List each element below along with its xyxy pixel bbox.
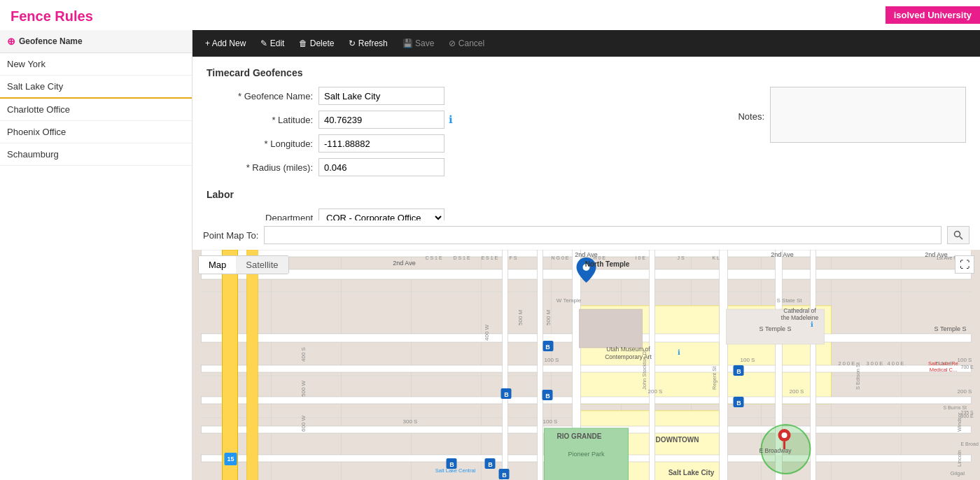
svg-text:B: B (545, 393, 550, 400)
sidebar-header: Geofence Name (0, 30, 192, 53)
svg-text:B: B (488, 461, 493, 468)
svg-text:Lincoln: Lincoln (956, 450, 962, 467)
svg-rect-32 (650, 250, 655, 480)
refresh-button[interactable]: ↻ Refresh (343, 35, 393, 52)
svg-text:100 S: 100 S (741, 357, 755, 363)
add-new-button[interactable]: + Add New (200, 35, 251, 52)
svg-rect-35 (223, 250, 238, 480)
sidebar-item-new-york[interactable]: New York (0, 53, 192, 76)
svg-text:235 S: 235 S (961, 410, 974, 415)
svg-text:Gilgal: Gilgal (951, 470, 965, 477)
info-icon[interactable]: ℹ (449, 113, 453, 126)
sidebar-item-schaumburg[interactable]: Schaumburg (0, 143, 192, 166)
svg-text:1st Ave N: 1st Ave N (937, 255, 958, 260)
svg-rect-34 (538, 250, 543, 480)
svg-text:D S 1 E: D S 1 E (454, 255, 470, 260)
search-icon (953, 230, 963, 240)
svg-text:Salt Lake City: Salt Lake City (668, 469, 715, 477)
edit-button[interactable]: ✎ Edit (255, 35, 290, 52)
svg-text:15: 15 (227, 456, 234, 463)
sidebar-item-salt-lake-city[interactable]: Salt Lake City (0, 76, 192, 99)
map-tab-satellite[interactable]: Satellite (236, 256, 288, 274)
cancel-button[interactable]: ⊘ Cancel (443, 35, 490, 52)
longitude-input[interactable] (318, 134, 444, 153)
notes-textarea[interactable] (770, 87, 966, 143)
svg-text:ℹ: ℹ (678, 348, 680, 356)
svg-text:200 S: 200 S (790, 388, 804, 395)
svg-text:F S: F S (510, 255, 517, 260)
latitude-label: * Latitude: (206, 115, 318, 125)
page-title: Fence Rules (0, 0, 104, 30)
map-tabs: Map Satellite (198, 255, 289, 274)
map-tab-map[interactable]: Map (199, 256, 236, 274)
svg-text:B: B (736, 400, 741, 407)
svg-text:Medical C...: Medical C... (930, 367, 958, 373)
svg-text:C S 1 E: C S 1 E (426, 255, 442, 260)
map-fullscreen-button[interactable]: ⛶ (955, 255, 974, 274)
svg-text:J S: J S (678, 255, 685, 260)
svg-text:S State St: S State St (776, 297, 802, 304)
svg-text:100 S: 100 S (958, 357, 972, 363)
svg-text:W Temple: W Temple (556, 297, 582, 304)
svg-text:S Edison St: S Edison St (855, 362, 861, 390)
svg-text:700 E: 700 E (961, 365, 974, 369)
svg-text:B: B (736, 368, 741, 375)
svg-rect-36 (247, 250, 258, 480)
svg-text:400 W: 400 W (484, 324, 490, 341)
notes-label: Notes: (658, 108, 770, 122)
svg-line-1 (960, 237, 962, 239)
brand-badge: isolved University (886, 6, 980, 24)
svg-text:B: B (502, 472, 507, 479)
svg-text:100 S: 100 S (545, 357, 559, 363)
svg-rect-33 (503, 250, 508, 480)
department-label: Department (206, 213, 318, 221)
svg-text:S Temple S: S Temple S (760, 325, 792, 332)
svg-text:DOWNTOWN: DOWNTOWN (655, 436, 699, 444)
section-title: Timecard Geofences (206, 67, 966, 78)
svg-text:500 M: 500 M (545, 309, 552, 325)
department-select[interactable]: COR - Corporate Office (318, 209, 444, 220)
point-map-label: Point Map To: (203, 230, 258, 241)
svg-text:2nd Ave: 2nd Ave (393, 260, 415, 267)
svg-text:Regent St: Regent St (711, 366, 718, 390)
svg-text:3 0 0 E: 3 0 0 E (867, 360, 883, 367)
svg-rect-31 (811, 250, 816, 480)
svg-text:B: B (504, 391, 509, 398)
svg-text:North Temple: North Temple (585, 260, 630, 268)
map-container[interactable]: B B B B B B B B 15 2nd Ave 2 (192, 250, 980, 480)
svg-text:B: B (545, 344, 550, 351)
svg-text:John Stockton Dr: John Stockton Dr (641, 349, 648, 390)
svg-text:E Broad: E Broad (961, 442, 979, 446)
svg-text:S Burns St: S Burns St (944, 405, 967, 410)
sidebar-item-phoenix-office[interactable]: Phoenix Office (0, 121, 192, 143)
point-map-search-button[interactable] (947, 226, 969, 244)
geofence-name-input[interactable] (318, 87, 444, 105)
svg-text:E S 1 E: E S 1 E (482, 255, 498, 260)
svg-text:I 0 E: I 0 E (636, 255, 646, 260)
svg-rect-25 (202, 397, 972, 404)
svg-point-0 (955, 232, 960, 237)
svg-text:ℹ: ℹ (811, 320, 813, 328)
sidebar: Geofence Name New York Salt Lake City Ch… (0, 30, 192, 480)
svg-text:S Temple S: S Temple S (934, 325, 967, 332)
point-map-row: Point Map To: (192, 220, 980, 250)
radius-label: * Radius (miles): (206, 162, 318, 173)
delete-button[interactable]: 🗑 Delete (293, 35, 340, 52)
svg-text:K L: K L (713, 255, 720, 260)
sidebar-item-charlotte-office[interactable]: Charlotte Office (0, 99, 192, 121)
save-button[interactable]: 💾 Save (397, 35, 440, 52)
radius-input[interactable] (318, 158, 444, 176)
point-map-input[interactable] (264, 226, 941, 244)
toolbar: + Add New ✎ Edit 🗑 Delete ↻ Refresh 💾 Sa… (192, 30, 980, 57)
svg-rect-29 (720, 250, 728, 480)
svg-text:N G 0 E: N G 0 E (552, 255, 569, 260)
svg-text:H 0 E: H 0 E (594, 255, 606, 260)
form-area: Timecard Geofences * Geofence Name: * La… (192, 57, 980, 220)
map-svg: B B B B B B B B 15 2nd Ave 2 (192, 250, 980, 480)
svg-rect-38 (580, 309, 643, 348)
svg-text:400 S: 400 S (300, 347, 307, 362)
svg-text:5 0 0 E: 5 0 0 E (937, 360, 953, 367)
longitude-label: * Longitude: (206, 139, 318, 149)
svg-text:Pioneer Park: Pioneer Park (568, 451, 605, 458)
latitude-input[interactable] (318, 111, 444, 129)
